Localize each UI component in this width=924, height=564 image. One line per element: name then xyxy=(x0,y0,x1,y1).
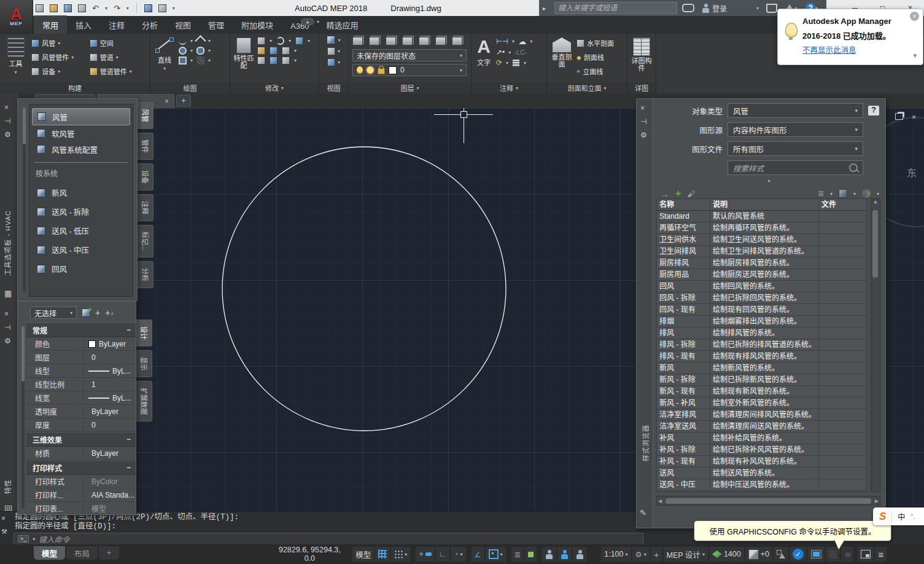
layer-lock-icon[interactable] xyxy=(419,37,429,45)
redo-icon[interactable]: ↷ xyxy=(114,4,120,13)
pipe-button[interactable]: 管道▾ xyxy=(90,51,147,63)
properties-tab[interactable]: 显示 xyxy=(136,350,152,377)
detail-component-button[interactable]: 详图构件 xyxy=(630,36,653,82)
qat-customize-icon[interactable]: ▾ xyxy=(173,6,175,11)
palette-tool-item[interactable]: 风管 xyxy=(32,108,130,125)
polyline-icon[interactable] xyxy=(195,35,206,46)
properties-pin-icon[interactable]: ⊣ xyxy=(4,323,10,332)
style-row[interactable]: 排风 - 拆除 绘制已拆除的排风管道的系统。 xyxy=(657,339,866,351)
ribbon-tab[interactable]: 精选应用 xyxy=(317,16,367,34)
duct-button[interactable]: 风管▾ xyxy=(31,37,87,49)
style-row[interactable]: 回风 - 现有 绘制现有回风管的系统。 xyxy=(657,304,866,316)
infocenter-expand-icon[interactable]: ▸ xyxy=(543,5,546,12)
ellipse-icon[interactable] xyxy=(196,47,204,55)
sheet-set-icon[interactable] xyxy=(158,4,166,12)
annotation-scale-button[interactable]: 1:100▾ xyxy=(601,547,631,562)
line-button[interactable]: 直线 ▾ xyxy=(153,36,176,82)
viewcube-east-label[interactable]: 东 xyxy=(907,165,917,179)
style-row[interactable]: 再循环空气 绘制再循环风管的系统。 xyxy=(657,222,866,234)
vertical-section-button[interactable]: 垂直剖面 xyxy=(549,36,574,82)
search-binoculars-icon[interactable] xyxy=(682,4,694,12)
property-row[interactable]: 打印样式 ByColor xyxy=(26,475,136,488)
layer-prev-icon[interactable] xyxy=(452,37,462,45)
model-space-button[interactable]: 模型 xyxy=(352,547,374,562)
new-style-icon[interactable]: + xyxy=(675,188,681,199)
style-row[interactable]: 补风 绘制补给风管的系统。 xyxy=(657,433,866,444)
panel-label-detail[interactable]: 详图 xyxy=(627,82,656,93)
property-row[interactable]: 透明度 ByLayer xyxy=(26,405,136,418)
style-row[interactable]: 送风 绘制送风管的系统。 xyxy=(657,468,866,479)
dont-show-again-link[interactable]: 不再显示此消息 xyxy=(802,44,856,55)
file-tab-close-icon[interactable]: × xyxy=(165,97,169,106)
tools-button[interactable]: 工具 ▾ xyxy=(2,36,29,82)
section-general[interactable]: 常规− xyxy=(26,323,136,337)
ribbon-minimize-dropdown-icon[interactable]: ▾ xyxy=(317,19,319,25)
style-row[interactable]: 新风 绘制新风管的系统。 xyxy=(657,362,866,374)
properties-tab[interactable]: 扩展数据 xyxy=(136,381,152,421)
rectangle-icon[interactable] xyxy=(179,57,187,65)
layer-state-dropdown[interactable]: 未保存的图层状态▾ xyxy=(352,49,467,61)
ribbon-tab[interactable]: 视图 xyxy=(166,16,200,34)
match-properties-button[interactable]: 特性匹配 xyxy=(233,36,255,82)
collapse-fields-icon[interactable]: ▴ xyxy=(653,178,885,183)
copy-icon[interactable] xyxy=(270,47,278,55)
sign-in-button[interactable]: 登录 xyxy=(712,3,727,14)
property-row[interactable]: 线型 ByL... xyxy=(26,364,136,378)
properties-scrollbar[interactable] xyxy=(21,326,25,508)
palette-tool-item[interactable]: 软风管 xyxy=(32,125,130,141)
property-row[interactable]: 厚度 0 xyxy=(26,418,136,432)
style-row[interactable]: 回风 - 拆除 绘制已拆除回风管的系统。 xyxy=(657,292,866,304)
tool-palette-menu-icon[interactable]: ▦ xyxy=(4,289,12,298)
fillet-icon[interactable] xyxy=(257,57,265,65)
ime-mode-indicator[interactable]: 中 xyxy=(898,511,905,522)
explode-icon[interactable] xyxy=(282,57,290,65)
lineweight-button[interactable]: ≣ xyxy=(511,547,524,562)
tool-palette-title[interactable]: 工具选项板 - HVAC xyxy=(2,210,12,276)
dynamic-input-button[interactable]: + xyxy=(416,547,434,562)
purge-style-icon[interactable]: 🖌 xyxy=(687,189,695,198)
tool-palette-close-icon[interactable]: × xyxy=(4,103,9,112)
ribbon-tab[interactable]: 分析 xyxy=(133,16,166,34)
selection-cycling-button[interactable] xyxy=(525,547,537,562)
scroll-right-icon[interactable]: ▶ xyxy=(874,498,880,504)
arc-icon[interactable] xyxy=(179,37,187,45)
replace-z-button[interactable]: +0 xyxy=(745,547,772,562)
ribbon-tab[interactable]: 注释 xyxy=(100,16,133,34)
ribbon-minimize-icon[interactable]: ▴ xyxy=(301,18,314,25)
workspace-dropdown[interactable]: MEP 设计▾ xyxy=(664,547,708,562)
text-button[interactable]: A 文字 xyxy=(474,36,494,82)
panel-label-layers[interactable]: 图层▾ xyxy=(349,82,471,93)
layer-properties-icon[interactable] xyxy=(352,37,363,45)
new-file-icon[interactable] xyxy=(36,4,44,12)
command-palette-close-icon[interactable]: × xyxy=(1,514,7,523)
clean-screen-button[interactable] xyxy=(858,547,874,562)
annotation-scale-sync-button[interactable] xyxy=(573,547,587,562)
style-row[interactable]: 卫生间排风 绘制卫生间排风管道的系统。 xyxy=(657,246,866,257)
layer-on-icon[interactable] xyxy=(357,66,363,74)
hardware-acceleration-button[interactable] xyxy=(808,547,825,562)
isolate-objects-button[interactable] xyxy=(774,547,788,562)
new-drawing-tab-button[interactable]: + xyxy=(176,95,191,107)
annotation-monitor-button[interactable]: + xyxy=(651,547,662,562)
ribbon-display-toggle[interactable]: ▴ ▾ xyxy=(301,18,319,25)
mirror-icon[interactable] xyxy=(282,47,290,55)
panel-label-build[interactable]: 构建 xyxy=(0,82,150,93)
ribbon-tab[interactable]: 管理 xyxy=(200,16,233,34)
pan-zoom-icon[interactable] xyxy=(327,58,335,66)
layer-unlock-icon[interactable] xyxy=(378,68,385,74)
style-browser-pin-icon[interactable]: ⊣ xyxy=(640,117,646,126)
sign-in-dropdown-icon[interactable]: ▾ xyxy=(756,6,759,11)
annotation-visibility-button[interactable] xyxy=(542,547,556,562)
application-menu-button[interactable]: A MEP xyxy=(0,0,33,34)
equipment-button[interactable]: 设备▾ xyxy=(31,65,87,77)
tool-palette-tab[interactable]: 设备 xyxy=(138,163,153,190)
style-browser-gear-icon[interactable]: ⚙ xyxy=(640,131,647,139)
layer-isolate-icon[interactable] xyxy=(386,37,396,45)
scroll-up-icon[interactable]: ▲ xyxy=(871,199,880,205)
property-row[interactable]: 材质 ByLayer xyxy=(26,447,136,460)
command-input[interactable]: >_ ▾ 键入命令 xyxy=(14,533,643,545)
tool-palette-gear-icon[interactable]: ⚙ xyxy=(4,130,11,139)
style-browser-edit-icon[interactable]: ✎ xyxy=(640,508,646,517)
selection-dropdown[interactable]: 无选择▾ xyxy=(30,307,77,319)
properties-tab[interactable]: 设计 xyxy=(136,319,152,347)
